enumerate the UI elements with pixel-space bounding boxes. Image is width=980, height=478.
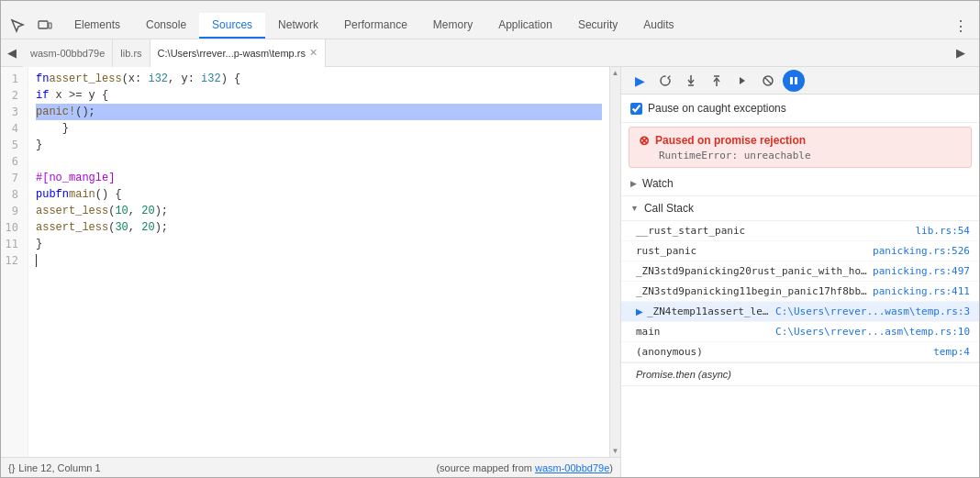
source-tab-lib[interactable]: lib.rs bbox=[113, 39, 150, 67]
error-circle-icon: ⊗ bbox=[639, 133, 650, 148]
paused-error-message: RuntimeError: unreachable bbox=[639, 150, 962, 161]
active-arrow-icon: ▶ bbox=[636, 306, 643, 317]
code-line-5: } bbox=[36, 137, 602, 153]
devtools-menu-btn[interactable]: ⋮ bbox=[950, 14, 972, 39]
pause-btn[interactable] bbox=[783, 70, 805, 92]
stack-item-4[interactable]: ▶ _ZN4temp11assert_less17hc29247008ddc91… bbox=[621, 302, 979, 322]
step-into-btn[interactable] bbox=[680, 70, 702, 92]
stack-item-6[interactable]: (anonymous) temp:4 bbox=[621, 342, 979, 362]
source-tabs-bar: ◀ wasm-00bbd79e lib.rs C:\Users\rrever..… bbox=[1, 39, 979, 67]
code-line-2: if x >= y { bbox=[36, 87, 602, 104]
source-more-tabs-btn[interactable]: ▶ bbox=[950, 42, 972, 64]
source-tab-lib-label: lib.rs bbox=[120, 48, 141, 59]
stack-fn-5: main bbox=[636, 326, 772, 338]
main-content: 1 2 3 4 5 6 7 8 9 10 11 12 fn assert_les… bbox=[1, 67, 979, 477]
stack-fn-0: __rust_start_panic bbox=[636, 225, 911, 237]
tab-memory[interactable]: Memory bbox=[420, 13, 485, 39]
pause-exceptions: Pause on caught exceptions bbox=[621, 94, 979, 123]
scroll-down-arrow[interactable]: ▼ bbox=[610, 445, 620, 457]
stack-item-0[interactable]: __rust_start_panic lib.rs:54 bbox=[621, 221, 979, 241]
tab-security[interactable]: Security bbox=[565, 13, 630, 39]
source-tab-wasm-label: wasm-00bbd79e bbox=[30, 48, 105, 59]
watch-section-header[interactable]: ▶ Watch bbox=[621, 172, 979, 196]
line-numbers: 1 2 3 4 5 6 7 8 9 10 11 12 bbox=[1, 67, 28, 457]
device-toolbar-btn[interactable] bbox=[32, 13, 58, 39]
devtools-window: Elements Console Sources Network Perform… bbox=[0, 0, 980, 478]
inspect-element-btn[interactable] bbox=[5, 13, 30, 39]
stack-item-1[interactable]: rust_panic panicking.rs:526 bbox=[621, 241, 979, 261]
code-content[interactable]: fn assert_less(x: i32, y: i32) { if x >=… bbox=[28, 67, 609, 457]
promise-item: Promise.then (async) bbox=[621, 362, 979, 385]
source-link[interactable]: wasm-00bbd79e bbox=[535, 462, 609, 473]
status-right: (source mapped from wasm-00bbd79e) bbox=[436, 462, 613, 473]
code-line-7: #[no_mangle] bbox=[36, 170, 602, 186]
stack-fn-3: _ZN3std9panicking11begin_panic17hf8bbc13… bbox=[636, 285, 869, 297]
code-line-4: } bbox=[36, 120, 602, 137]
tab-bar-right: ⋮ bbox=[950, 14, 979, 39]
svg-rect-9 bbox=[795, 77, 797, 84]
code-panel: 1 2 3 4 5 6 7 8 9 10 11 12 fn assert_les… bbox=[1, 67, 621, 477]
step-over-btn[interactable] bbox=[654, 70, 676, 92]
svg-rect-8 bbox=[790, 77, 793, 84]
pause-exceptions-checkbox[interactable] bbox=[630, 103, 642, 115]
cursor-position: Line 12, Column 1 bbox=[18, 462, 100, 473]
call-stack-section-label: Call Stack bbox=[644, 202, 694, 215]
source-back-btn[interactable]: ◀ bbox=[1, 42, 23, 64]
tab-performance[interactable]: Performance bbox=[331, 13, 420, 39]
stack-item-3[interactable]: _ZN3std9panicking11begin_panic17hf8bbc13… bbox=[621, 282, 979, 302]
watch-triangle-icon: ▶ bbox=[630, 179, 637, 188]
format-btn[interactable]: {} bbox=[8, 462, 15, 473]
call-stack-triangle-icon: ▼ bbox=[630, 204, 639, 213]
source-tab-temp[interactable]: C:\Users\rrever...p-wasm\temp.rs ✕ bbox=[150, 39, 326, 67]
debugger-toolbar: ▶ bbox=[621, 67, 979, 94]
tab-sources[interactable]: Sources bbox=[199, 13, 265, 39]
call-stack-section-header[interactable]: ▼ Call Stack bbox=[621, 196, 979, 221]
right-panel-content: Pause on caught exceptions ⊗ Paused on p… bbox=[621, 94, 979, 477]
tab-network[interactable]: Network bbox=[265, 13, 331, 39]
tab-bar-left-icons bbox=[1, 13, 61, 39]
stack-loc-1: panicking.rs:526 bbox=[873, 245, 970, 257]
tab-elements[interactable]: Elements bbox=[61, 13, 133, 39]
source-tabs-list: wasm-00bbd79e lib.rs C:\Users\rrever...p… bbox=[23, 39, 942, 67]
source-note: (source mapped from bbox=[436, 462, 535, 473]
svg-rect-0 bbox=[39, 21, 48, 28]
watch-section-label: Watch bbox=[642, 177, 674, 190]
close-tab-temp[interactable]: ✕ bbox=[309, 47, 317, 59]
status-bar: {} Line 12, Column 1 (source mapped from… bbox=[1, 457, 620, 477]
source-tab-temp-label: C:\Users\rrever...p-wasm\temp.rs bbox=[158, 48, 306, 59]
scroll-up-arrow[interactable]: ▲ bbox=[610, 67, 620, 79]
right-panel: ▶ bbox=[621, 67, 979, 477]
paused-title: ⊗ Paused on promise rejection bbox=[639, 133, 962, 148]
status-left: {} Line 12, Column 1 bbox=[8, 462, 101, 473]
code-line-9: assert_less(10, 20); bbox=[36, 203, 602, 219]
tab-audits[interactable]: Audits bbox=[630, 13, 686, 39]
resume-btn[interactable]: ▶ bbox=[629, 70, 651, 92]
stack-fn-2: _ZN3std9panicking20rust_panic_with_hook1… bbox=[636, 265, 869, 277]
code-line-10: assert_less(30, 20); bbox=[36, 219, 602, 236]
code-line-6 bbox=[36, 153, 602, 170]
stack-item-2[interactable]: _ZN3std9panicking20rust_panic_with_hook1… bbox=[621, 261, 979, 282]
deactivate-btn[interactable] bbox=[757, 70, 779, 92]
stack-item-5[interactable]: main C:\Users\rrever...asm\temp.rs:10 bbox=[621, 322, 979, 342]
scroll-indicator: ▲ ▼ bbox=[609, 67, 620, 457]
code-line-11: } bbox=[36, 236, 602, 252]
stack-loc-0: lib.rs:54 bbox=[915, 225, 970, 237]
stack-fn-6: (anonymous) bbox=[636, 346, 930, 358]
code-line-1: fn assert_less(x: i32, y: i32) { bbox=[36, 71, 602, 87]
code-line-3: panic!(); bbox=[36, 104, 602, 120]
source-tab-wasm[interactable]: wasm-00bbd79e bbox=[23, 39, 113, 67]
source-note-end: ) bbox=[609, 462, 613, 473]
call-stack-items: __rust_start_panic lib.rs:54 rust_panic … bbox=[621, 221, 979, 386]
tab-console[interactable]: Console bbox=[133, 13, 199, 39]
pause-exceptions-label: Pause on caught exceptions bbox=[648, 102, 786, 115]
stack-loc-6: temp:4 bbox=[933, 346, 970, 358]
stack-loc-5: C:\Users\rrever...asm\temp.rs:10 bbox=[775, 326, 970, 338]
step-out-btn[interactable] bbox=[706, 70, 728, 92]
tab-application[interactable]: Application bbox=[485, 13, 565, 39]
stack-loc-4: C:\Users\rrever...wasm\temp.rs:3 bbox=[775, 306, 970, 317]
stack-loc-3: panicking.rs:411 bbox=[873, 285, 970, 297]
step-btn[interactable] bbox=[731, 70, 753, 92]
paused-banner: ⊗ Paused on promise rejection RuntimeErr… bbox=[629, 127, 972, 168]
stack-fn-1: rust_panic bbox=[636, 245, 869, 257]
code-line-8: pub fn main() { bbox=[36, 186, 602, 203]
